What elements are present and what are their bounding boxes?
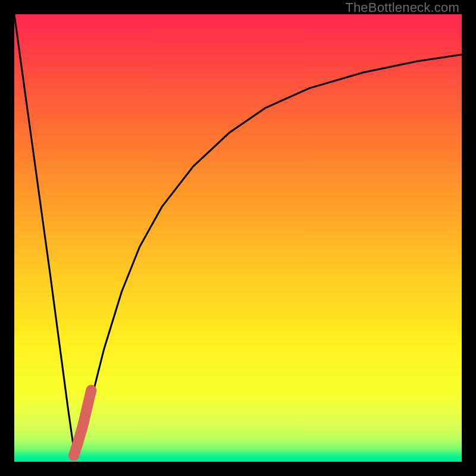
- plot-svg: [14, 14, 462, 462]
- watermark-text: TheBottleneck.com: [345, 0, 459, 15]
- plot-area: [14, 14, 462, 462]
- chart-frame: TheBottleneck.com: [0, 0, 476, 476]
- highlight-marker: [74, 390, 91, 456]
- bottleneck-curve: [14, 14, 462, 455]
